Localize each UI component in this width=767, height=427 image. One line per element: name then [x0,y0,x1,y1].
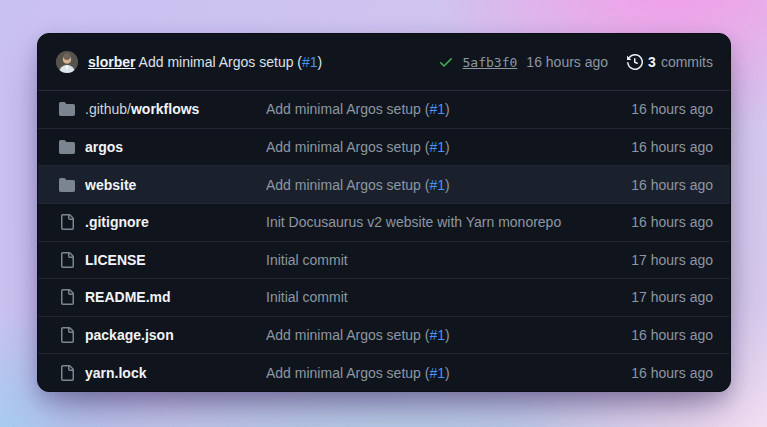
commit-author-link[interactable]: slorber [88,54,135,70]
file-icon [59,365,75,381]
pr-link[interactable]: #1 [302,54,318,70]
file-name-link[interactable]: argos [85,139,123,155]
file-name-link[interactable]: README.md [85,289,171,305]
file-age: 16 hours ago [631,101,713,117]
repo-file-browser: slorber Add minimal Argos setup (#1) 5af… [37,33,731,392]
file-list: .github/workflows Add minimal Argos setu… [38,91,730,391]
commits-link[interactable]: 3 commits [627,54,713,70]
file-name-link[interactable]: workflows [131,101,199,117]
commits-count: 3 [648,54,656,70]
commit-message-suffix[interactable]: ) [445,177,450,193]
commit-message-suffix[interactable]: ) [445,101,450,117]
file-row-license[interactable]: LICENSE Initial commit 17 hours ago [38,241,730,279]
file-age: 17 hours ago [631,252,713,268]
commit-message-link[interactable]: Add minimal Argos setup ( [266,139,429,155]
folder-icon [59,101,75,117]
file-age: 16 hours ago [631,327,713,343]
latest-commit-title: slorber Add minimal Argos setup (#1) [88,54,322,70]
commit-message-suffix[interactable]: ) [445,327,450,343]
commit-message-suffix[interactable]: ) [445,365,450,381]
folder-icon [59,139,75,155]
file-row-package-json[interactable]: package.json Add minimal Argos setup (#1… [38,316,730,354]
pr-link[interactable]: #1 [429,101,445,117]
file-row-gitignore[interactable]: .gitignore Init Docusaurus v2 website wi… [38,203,730,241]
commit-message-link[interactable]: Add minimal Argos setup ( [266,177,429,193]
commit-meta: 5afb3f0 16 hours ago 3 commits [438,54,713,70]
commit-age: 16 hours ago [526,54,608,70]
file-age: 16 hours ago [631,177,713,193]
pr-link[interactable]: #1 [429,139,445,155]
commit-message-link[interactable]: Add minimal Argos setup ( [266,365,429,381]
file-icon [59,214,75,230]
file-name-link[interactable]: website [85,177,136,193]
file-row-argos[interactable]: argos Add minimal Argos setup (#1) 16 ho… [38,128,730,166]
commit-message-suffix[interactable]: ) [445,139,450,155]
avatar[interactable] [56,51,78,73]
file-age: 16 hours ago [631,139,713,155]
file-row-github-workflows[interactable]: .github/workflows Add minimal Argos setu… [38,91,730,128]
file-name-link[interactable]: .gitignore [85,214,149,230]
file-name-link[interactable]: yarn.lock [85,365,146,381]
commit-message: Add minimal Argos setup ( [139,54,302,70]
file-icon [59,327,75,343]
commit-message-link[interactable]: Init Docusaurus v2 website with Yarn mon… [266,214,561,230]
commit-message-suffix: ) [318,54,323,70]
file-row-website[interactable]: website Add minimal Argos setup (#1) 16 … [38,165,730,203]
pr-link[interactable]: #1 [429,365,445,381]
commit-message-link[interactable]: Add minimal Argos setup ( [266,327,429,343]
history-icon [627,54,643,70]
file-icon [59,289,75,305]
folder-icon [59,177,75,193]
file-age: 16 hours ago [631,365,713,381]
pr-link[interactable]: #1 [429,177,445,193]
file-name-link[interactable]: package.json [85,327,174,343]
commit-hash-link[interactable]: 5afb3f0 [463,55,518,70]
file-age: 17 hours ago [631,289,713,305]
file-row-yarn-lock[interactable]: yarn.lock Add minimal Argos setup (#1) 1… [38,353,730,391]
file-name-link[interactable]: LICENSE [85,252,146,268]
latest-commit-header: slorber Add minimal Argos setup (#1) 5af… [38,34,730,91]
commits-label: commits [661,54,713,70]
file-path-prefix[interactable]: .github/ [85,101,131,117]
file-row-readme[interactable]: README.md Initial commit 17 hours ago [38,278,730,316]
pr-link[interactable]: #1 [429,327,445,343]
check-icon [438,54,454,70]
commit-message-link[interactable]: Initial commit [266,289,348,305]
commit-message-link[interactable]: Add minimal Argos setup ( [266,101,429,117]
file-age: 16 hours ago [631,214,713,230]
file-icon [59,252,75,268]
commit-message-link[interactable]: Initial commit [266,252,348,268]
